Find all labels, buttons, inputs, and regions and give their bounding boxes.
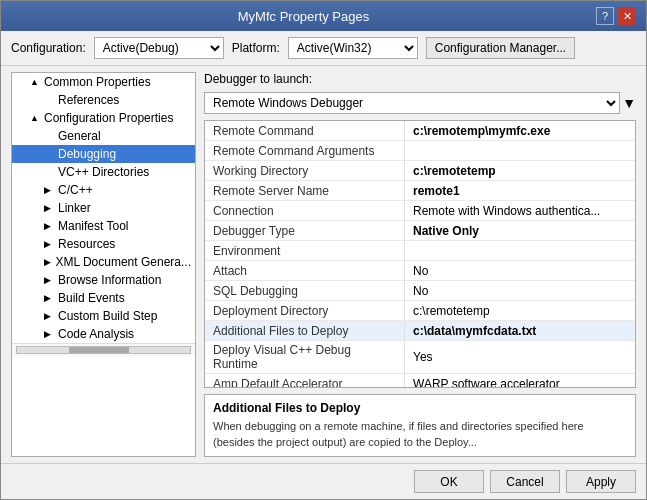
prop-value: remote1 <box>405 181 635 200</box>
prop-value <box>405 141 635 160</box>
prop-value: Yes <box>405 341 635 373</box>
tree-label: Manifest Tool <box>58 219 128 233</box>
info-box: Additional Files to Deploy When debuggin… <box>204 394 636 457</box>
prop-name: Attach <box>205 261 405 280</box>
platform-label: Platform: <box>232 41 280 55</box>
property-pages-dialog: MyMfc Property Pages ? ✕ Configuration: … <box>0 0 647 500</box>
prop-name: SQL Debugging <box>205 281 405 300</box>
title-bar: MyMfc Property Pages ? ✕ <box>1 1 646 31</box>
tree-item-references[interactable]: References <box>12 91 195 109</box>
tree-item-resources[interactable]: ▶ Resources <box>12 235 195 253</box>
debugger-label: Debugger to launch: <box>204 72 312 86</box>
prop-value: No <box>405 261 635 280</box>
cancel-button[interactable]: Cancel <box>490 470 560 493</box>
prop-row-environment: Environment <box>205 241 635 261</box>
arrow-icon: ▶ <box>44 329 56 339</box>
tree-label: C/C++ <box>58 183 93 197</box>
button-bar: OK Cancel Apply <box>1 463 646 499</box>
prop-name: Deployment Directory <box>205 301 405 320</box>
debugger-row: Debugger to launch: <box>204 72 636 86</box>
prop-name: Remote Command Arguments <box>205 141 405 160</box>
configuration-select[interactable]: Active(Debug) <box>94 37 224 59</box>
prop-row-connection: Connection Remote with Windows authentic… <box>205 201 635 221</box>
tree-item-general[interactable]: General <box>12 127 195 145</box>
arrow-icon: ▶ <box>44 239 56 249</box>
tree-item-debugging[interactable]: Debugging <box>12 145 195 163</box>
prop-value: WARP software accelerator <box>405 374 635 388</box>
prop-row-sql-debug: SQL Debugging No <box>205 281 635 301</box>
platform-select[interactable]: Active(Win32) <box>288 37 418 59</box>
tree-item-vc-directories[interactable]: VC++ Directories <box>12 163 195 181</box>
arrow-icon: ▶ <box>44 257 53 267</box>
info-box-title: Additional Files to Deploy <box>213 401 627 415</box>
prop-value <box>405 241 635 260</box>
prop-row-server-name: Remote Server Name remote1 <box>205 181 635 201</box>
prop-name: Remote Server Name <box>205 181 405 200</box>
tree-item-common-properties[interactable]: ▲ Common Properties <box>12 73 195 91</box>
arrow-icon: ▶ <box>44 293 56 303</box>
arrow-icon: ▶ <box>44 185 56 195</box>
arrow-icon: ▲ <box>30 113 42 123</box>
tree-label: VC++ Directories <box>58 165 149 179</box>
prop-row-attach: Attach No <box>205 261 635 281</box>
tree-label: Build Events <box>58 291 125 305</box>
prop-value: c:\remotetemp <box>405 161 635 180</box>
tree-item-xml-doc[interactable]: ▶ XML Document Genera... <box>12 253 195 271</box>
tree-label: XML Document Genera... <box>55 255 191 269</box>
prop-row-deploy-dir: Deployment Directory c:\remotetemp <box>205 301 635 321</box>
debugger-select[interactable]: Remote Windows Debugger <box>204 92 620 114</box>
tree-item-code-analysis[interactable]: ▶ Code Analysis <box>12 325 195 343</box>
tree-item-cpp[interactable]: ▶ C/C++ <box>12 181 195 199</box>
tree-label: Configuration Properties <box>44 111 173 125</box>
tree-label: Linker <box>58 201 91 215</box>
properties-table: Remote Command c:\remotemp\mymfc.exe Rem… <box>204 120 636 388</box>
prop-value: Native Only <box>405 221 635 240</box>
apply-button[interactable]: Apply <box>566 470 636 493</box>
tree-label: Custom Build Step <box>58 309 157 323</box>
tree-label: Debugging <box>58 147 116 161</box>
tree-item-build-events[interactable]: ▶ Build Events <box>12 289 195 307</box>
tree-label: Common Properties <box>44 75 151 89</box>
prop-name: Remote Command <box>205 121 405 140</box>
prop-row-deploy-runtime: Deploy Visual C++ Debug Runtime Yes <box>205 341 635 374</box>
prop-row-additional-files: Additional Files to Deploy c:\data\mymfc… <box>205 321 635 341</box>
arrow-icon: ▶ <box>44 275 56 285</box>
tree-label: Code Analysis <box>58 327 134 341</box>
tree-label: Resources <box>58 237 115 251</box>
property-tree: ▲ Common Properties References ▲ Configu… <box>11 72 196 457</box>
main-content: ▲ Common Properties References ▲ Configu… <box>1 66 646 463</box>
arrow-icon: ▶ <box>44 203 56 213</box>
tree-item-configuration-properties[interactable]: ▲ Configuration Properties <box>12 109 195 127</box>
tree-item-manifest-tool[interactable]: ▶ Manifest Tool <box>12 217 195 235</box>
ok-button[interactable]: OK <box>414 470 484 493</box>
arrow-icon: ▶ <box>44 311 56 321</box>
prop-name: Additional Files to Deploy <box>205 321 405 340</box>
prop-row-remote-command: Remote Command c:\remotemp\mymfc.exe <box>205 121 635 141</box>
tree-item-linker[interactable]: ▶ Linker <box>12 199 195 217</box>
prop-name: Connection <box>205 201 405 220</box>
prop-value: c:\remotetemp <box>405 301 635 320</box>
config-manager-button[interactable]: Configuration Manager... <box>426 37 575 59</box>
info-box-text: When debugging on a remote machine, if f… <box>213 419 627 450</box>
tree-item-browse-info[interactable]: ▶ Browse Information <box>12 271 195 289</box>
right-panel: Debugger to launch: Remote Windows Debug… <box>204 72 636 457</box>
config-bar: Configuration: Active(Debug) Platform: A… <box>1 31 646 66</box>
prop-row-debugger-type: Debugger Type Native Only <box>205 221 635 241</box>
prop-value: Remote with Windows authentica... <box>405 201 635 220</box>
close-button[interactable]: ✕ <box>618 7 636 25</box>
horizontal-scrollbar[interactable] <box>12 343 195 356</box>
debugger-select-row: Remote Windows Debugger ▼ <box>204 92 636 114</box>
prop-row-working-dir: Working Directory c:\remotetemp <box>205 161 635 181</box>
title-bar-controls: ? ✕ <box>596 7 636 25</box>
prop-name: Working Directory <box>205 161 405 180</box>
debugger-dropdown-arrow[interactable]: ▼ <box>622 95 636 111</box>
tree-item-custom-build[interactable]: ▶ Custom Build Step <box>12 307 195 325</box>
prop-value: c:\remotemp\mymfc.exe <box>405 121 635 140</box>
prop-name: Deploy Visual C++ Debug Runtime <box>205 341 405 373</box>
tree-label: References <box>58 93 119 107</box>
config-label: Configuration: <box>11 41 86 55</box>
help-button[interactable]: ? <box>596 7 614 25</box>
prop-row-amp-accelerator: Amp Default Accelerator WARP software ac… <box>205 374 635 388</box>
prop-name: Debugger Type <box>205 221 405 240</box>
prop-name: Environment <box>205 241 405 260</box>
